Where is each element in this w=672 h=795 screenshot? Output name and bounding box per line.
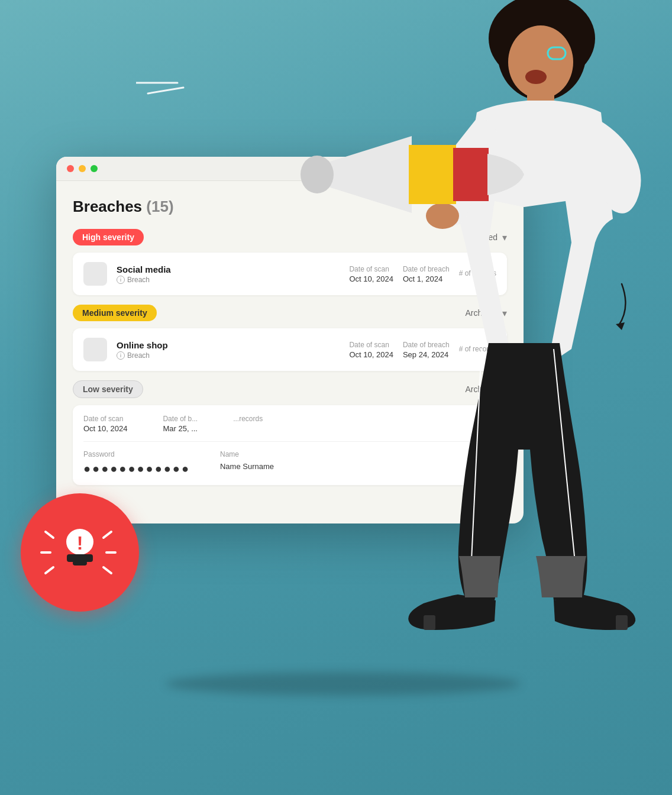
password-label: Password: [83, 450, 190, 458]
low-scan-label: Date of scan: [83, 415, 127, 423]
svg-rect-25: [424, 615, 435, 630]
low-breach-value: Mar 25, ...: [163, 424, 198, 433]
svg-line-5: [104, 567, 111, 573]
high-severity-badge[interactable]: High severity: [73, 229, 144, 245]
svg-text:!: !: [77, 532, 83, 554]
svg-point-20: [301, 156, 334, 193]
name-value: Name Surname: [220, 462, 274, 471]
minimize-dot[interactable]: [79, 165, 86, 172]
low-scan-date: Date of scan Oct 10, 2024: [83, 415, 127, 433]
curved-arrow-svg: [586, 278, 634, 337]
megaphone-lines: [136, 71, 207, 109]
svg-line-1: [46, 532, 53, 538]
name-label: Name: [220, 450, 274, 458]
svg-line-11: [148, 88, 183, 93]
alert-circle: !: [21, 493, 139, 612]
svg-rect-22: [453, 148, 489, 201]
alert-icon-svg: !: [38, 511, 121, 594]
page-count: (15): [146, 198, 173, 215]
low-breach-date: Date of b... Mar 25, ...: [163, 415, 198, 433]
mega-lines-svg: [136, 71, 207, 106]
svg-rect-21: [409, 145, 456, 204]
low-scan-value: Oct 10, 2024: [83, 424, 127, 433]
social-media-type-label: Breach: [127, 276, 150, 284]
svg-point-17: [525, 70, 547, 84]
svg-rect-26: [616, 615, 628, 630]
svg-point-19: [426, 203, 459, 229]
breach-type-icon: i: [117, 276, 125, 284]
breach-type-icon-2: i: [117, 351, 125, 360]
maximize-dot[interactable]: [91, 165, 98, 172]
svg-line-2: [46, 567, 53, 573]
low-breach-label: Date of b...: [163, 415, 198, 423]
low-records: ...records: [233, 415, 263, 433]
alert-icon-inner: !: [38, 511, 121, 594]
svg-marker-12: [616, 322, 625, 330]
password-value: ●●●●●●●●●●●●: [83, 462, 190, 476]
online-shop-type-label: Breach: [127, 351, 150, 360]
medium-severity-badge[interactable]: Medium severity: [73, 305, 157, 321]
social-media-icon: [83, 262, 107, 286]
svg-line-4: [104, 532, 111, 538]
shadow: [166, 672, 521, 696]
online-shop-icon: [83, 338, 107, 361]
svg-rect-9: [73, 561, 87, 565]
page-title-text: Breaches: [73, 198, 142, 215]
low-records-label: ...records: [233, 415, 263, 423]
name-item: Name Name Surname: [220, 450, 274, 476]
password-item: Password ●●●●●●●●●●●●: [83, 450, 190, 476]
low-severity-badge[interactable]: Low severity: [73, 380, 143, 398]
close-dot[interactable]: [67, 165, 74, 172]
svg-point-15: [508, 25, 573, 99]
curved-arrow: [586, 278, 634, 340]
